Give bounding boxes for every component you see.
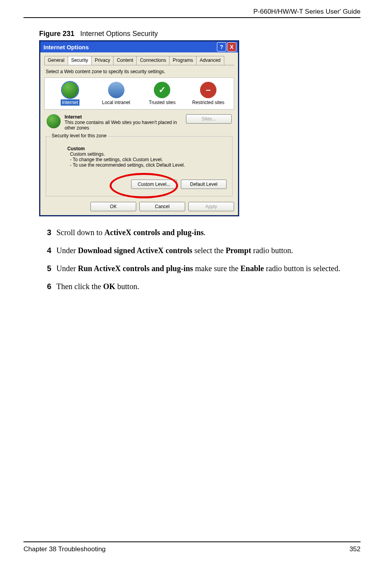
- dialog-bottom-buttons: OK Cancel Apply: [44, 202, 234, 211]
- sites-button: Sites...: [186, 114, 232, 124]
- close-icon[interactable]: X: [227, 42, 236, 52]
- ok-button[interactable]: OK: [90, 202, 136, 211]
- tab-security[interactable]: Security: [68, 56, 92, 65]
- tab-connections[interactable]: Connections: [136, 56, 169, 65]
- tab-advanced[interactable]: Advanced: [196, 56, 224, 65]
- zone-instruction: Select a Web content zone to specify its…: [46, 69, 233, 74]
- minus-icon: –: [200, 82, 216, 98]
- figure-title: Internet Options Security: [80, 30, 158, 38]
- security-level-legend: Security level for this zone: [50, 133, 108, 138]
- figure-label: Figure 231: [39, 30, 74, 38]
- zone-list[interactable]: Internet Local intranet ✓ Trusted sites …: [44, 77, 234, 110]
- chapter-label: Chapter 38 Troubleshooting: [23, 545, 106, 553]
- step-5: 5 Under Run ActiveX controls and plug-in…: [47, 263, 361, 274]
- dialog-title: Internet Options: [43, 44, 89, 50]
- globe-icon: [62, 82, 78, 98]
- tab-strip: General Security Privacy Content Connect…: [44, 56, 234, 65]
- zone-local-intranet[interactable]: Local intranet: [97, 82, 136, 105]
- step-6: 6 Then click the OK button.: [47, 281, 361, 292]
- intranet-icon: [108, 82, 124, 98]
- help-icon[interactable]: ?: [217, 42, 226, 52]
- zone-description-row: Internet This zone contains all Web site…: [47, 114, 232, 131]
- step-4: 4 Under Download signed ActiveX controls…: [47, 245, 361, 256]
- security-level-group: Security level for this zone Custom Cust…: [46, 136, 233, 196]
- apply-button: Apply: [188, 202, 234, 211]
- custom-settings-text: Custom Custom settings. - To change the …: [67, 146, 227, 168]
- tab-content[interactable]: Content: [113, 56, 137, 65]
- tab-general[interactable]: General: [44, 56, 68, 65]
- tab-programs[interactable]: Programs: [169, 56, 197, 65]
- figure-caption: Figure 231 Internet Options Security: [39, 30, 361, 38]
- page-number: 352: [350, 545, 361, 553]
- zone-internet[interactable]: Internet: [50, 82, 90, 105]
- internet-options-dialog: Internet Options ? X General Security Pr…: [39, 40, 239, 216]
- page-header: P-660H/HW/W-T Series User' Guide: [23, 8, 361, 18]
- custom-level-button[interactable]: Custom Level...: [131, 180, 177, 189]
- page-footer: Chapter 38 Troubleshooting 352: [23, 541, 361, 553]
- globe-icon: [47, 114, 61, 128]
- checkmark-icon: ✓: [154, 82, 170, 98]
- zone-trusted-sites[interactable]: ✓ Trusted sites: [142, 82, 182, 105]
- instruction-steps: 3 Scroll down to ActiveX controls and pl…: [47, 227, 361, 292]
- guide-title: P-660H/HW/W-T Series User' Guide: [253, 8, 361, 15]
- default-level-button[interactable]: Default Level: [181, 180, 227, 189]
- step-3: 3 Scroll down to ActiveX controls and pl…: [47, 227, 361, 238]
- zone-description: Internet This zone contains all Web site…: [65, 114, 186, 131]
- dialog-titlebar[interactable]: Internet Options ? X: [40, 41, 238, 52]
- zone-restricted-sites[interactable]: – Restricted sites: [189, 82, 228, 105]
- cancel-button[interactable]: Cancel: [139, 202, 185, 211]
- tab-privacy[interactable]: Privacy: [91, 56, 114, 65]
